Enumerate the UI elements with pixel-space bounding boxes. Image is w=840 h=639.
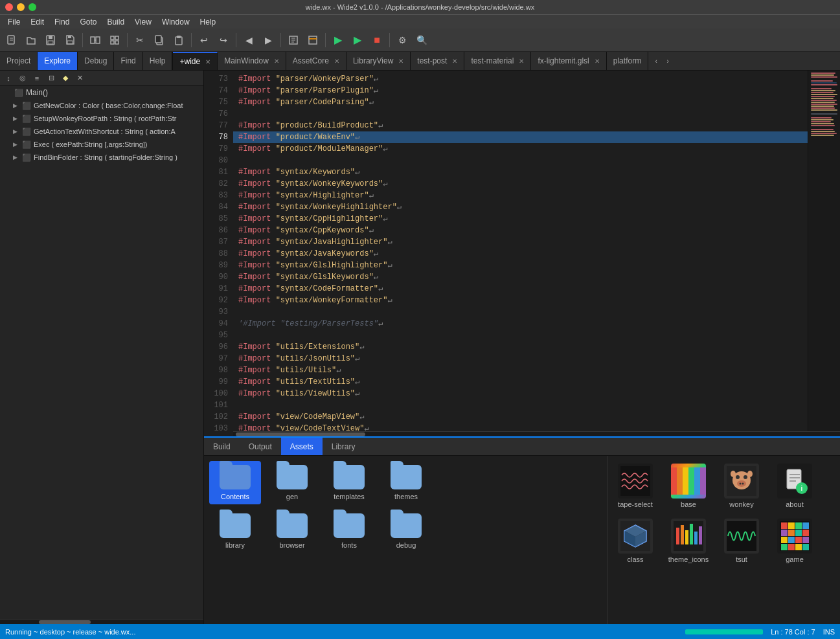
bottom-tab-output[interactable]: Output <box>240 438 281 455</box>
sidebar-expand-btn[interactable]: ≡ <box>31 73 43 84</box>
asset-themes-label: themes <box>394 493 418 500</box>
editor-tab-testpost[interactable]: test-post ✕ <box>411 52 464 70</box>
stop-button[interactable]: ■ <box>368 31 386 49</box>
menu-view[interactable]: View <box>130 16 157 28</box>
tree-arrow: ▶ <box>13 154 19 161</box>
menu-help[interactable]: Help <box>195 16 221 28</box>
bottom-tab-library[interactable]: Library <box>323 438 365 455</box>
editor-tab-mainwindow[interactable]: MainWindow ✕ <box>218 52 286 70</box>
options-button[interactable]: ⚙ <box>393 31 411 49</box>
editor-tab-testmaterial[interactable]: test-material ✕ <box>464 52 531 70</box>
tree-item-exec[interactable]: ▶ ⬛ Exec ( exePath:String [,args:String]… <box>0 138 203 151</box>
asset-templates[interactable]: templates <box>323 461 375 504</box>
bottom-tab-assets[interactable]: Assets <box>281 438 323 455</box>
new-button[interactable] <box>3 31 21 49</box>
asset-icon-about[interactable]: i about <box>772 461 817 511</box>
tab-close-mainwindow[interactable]: ✕ <box>274 58 279 65</box>
diff-button[interactable] <box>86 31 104 49</box>
asset-icon-tape-select[interactable]: tape-select <box>613 461 658 511</box>
editor-tab-fxlightemit[interactable]: fx-lightemit.glsl ✕ <box>531 52 606 70</box>
svg-rect-62 <box>727 521 756 551</box>
menu-edit[interactable]: Edit <box>25 16 49 28</box>
ln-87: 87 <box>204 236 228 248</box>
asset-fonts[interactable]: fonts <box>323 510 375 553</box>
sidebar-close-btn[interactable]: ✕ <box>74 73 85 84</box>
tree-item-setupwonkey[interactable]: ▶ ⬛ SetupWonkeyRootPath : String ( rootP… <box>0 112 203 125</box>
tree-item-main[interactable]: ⬛ Main() <box>0 86 203 99</box>
tree-item-findbinfolder[interactable]: ▶ ⬛ FindBinFolder : String ( startingFol… <box>0 151 203 164</box>
back-button[interactable]: ◀ <box>240 31 258 49</box>
redo-button[interactable]: ↪ <box>214 31 233 49</box>
tab-help[interactable]: Help <box>143 52 173 70</box>
asset-icon-class[interactable]: class <box>613 516 658 566</box>
asset-icon-base[interactable]: base <box>666 461 711 511</box>
asset-contents[interactable]: Contents <box>209 461 261 504</box>
settings-button[interactable] <box>106 31 124 49</box>
run-debug-button[interactable]: ▶ <box>348 31 367 49</box>
minimize-button[interactable] <box>17 3 25 11</box>
asset-library[interactable]: library <box>209 510 261 553</box>
tab-close-assetcore[interactable]: ✕ <box>334 58 339 65</box>
editor-tab-libraryview[interactable]: LibraryView ✕ <box>346 52 411 70</box>
tab-close-wide[interactable]: ✕ <box>205 58 210 65</box>
tab-debug[interactable]: Debug <box>78 52 114 70</box>
tab-close-fxlightemit[interactable]: ✕ <box>595 58 600 65</box>
tree-item-getnewcolor[interactable]: ▶ ⬛ GetNewColor : Color ( base:Color,cha… <box>0 99 203 112</box>
tree-item-getaction[interactable]: ▶ ⬛ GetActionTextWithShortcut : String (… <box>0 125 203 138</box>
ln-77: 77 <box>204 120 228 131</box>
base-label: base <box>681 500 696 508</box>
menu-window[interactable]: Window <box>157 16 195 28</box>
sidebar-filter-btn[interactable]: ◆ <box>60 73 71 84</box>
code-content[interactable]: #Import "parser/WonkeyParser"↵ #Import "… <box>233 71 808 431</box>
asset-icon-wonkey[interactable]: wonkey <box>719 461 764 511</box>
maximize-button[interactable] <box>28 3 36 11</box>
asset-icon-game[interactable]: game <box>772 516 817 566</box>
editor-tab-assetcore[interactable]: AssetCore ✕ <box>286 52 346 70</box>
menu-find[interactable]: Find <box>49 16 74 28</box>
copy-button[interactable] <box>150 31 168 49</box>
asset-debug-label: debug <box>396 541 416 549</box>
sidebar-sort-btn[interactable]: ↕ <box>3 73 14 84</box>
undo-button[interactable]: ↩ <box>195 31 213 49</box>
folder-themes <box>391 465 422 491</box>
paste-button[interactable] <box>170 31 188 49</box>
asset-icon-theme-icons[interactable]: theme_icons <box>666 516 711 566</box>
menu-goto[interactable]: Goto <box>74 16 102 28</box>
editor-tab-platform[interactable]: platform <box>607 52 648 70</box>
editor-tab-wide[interactable]: +wide ✕ <box>173 52 218 70</box>
svg-rect-5 <box>48 41 53 44</box>
bottom-tab-build[interactable]: Build <box>204 438 240 455</box>
asset-debug[interactable]: debug <box>380 510 432 553</box>
close-button[interactable] <box>5 3 13 11</box>
tab-project[interactable]: Project <box>0 52 38 70</box>
asset-icon-tsut[interactable]: tsut <box>719 516 764 566</box>
svg-rect-23 <box>309 36 317 44</box>
tab-nav-prev[interactable]: ‹ <box>651 56 661 66</box>
sidebar-scrollbar[interactable] <box>0 619 203 624</box>
svg-rect-16 <box>155 36 161 43</box>
sidebar-locate-btn[interactable]: ◎ <box>17 73 28 84</box>
menu-build[interactable]: Build <box>102 16 130 28</box>
forward-button[interactable]: ▶ <box>259 31 277 49</box>
search-toolbar-button[interactable]: 🔍 <box>413 31 431 49</box>
sidebar-collapse-btn[interactable]: ⊟ <box>45 73 57 84</box>
run-button[interactable]: ▶ <box>329 31 347 49</box>
cut-button[interactable]: ✂ <box>131 31 149 49</box>
bookmark-button[interactable] <box>304 31 322 49</box>
menu-file[interactable]: File <box>3 16 25 28</box>
editor-hscroll[interactable] <box>233 431 840 436</box>
svg-rect-32 <box>700 467 706 495</box>
save-button[interactable] <box>61 31 79 49</box>
open-button[interactable] <box>22 31 40 49</box>
jump-button[interactable] <box>284 31 302 49</box>
tab-close-testpost[interactable]: ✕ <box>452 58 457 65</box>
asset-gen[interactable]: gen <box>266 461 318 504</box>
save-all-button[interactable] <box>41 31 60 49</box>
tab-find[interactable]: Find <box>114 52 142 70</box>
tab-nav-next[interactable]: › <box>663 56 673 66</box>
asset-themes[interactable]: themes <box>380 461 432 504</box>
tab-close-libraryview[interactable]: ✕ <box>398 58 403 65</box>
tab-explore[interactable]: Explore <box>38 52 78 70</box>
asset-browser[interactable]: browser <box>266 510 318 553</box>
tab-close-testmaterial[interactable]: ✕ <box>519 58 524 65</box>
